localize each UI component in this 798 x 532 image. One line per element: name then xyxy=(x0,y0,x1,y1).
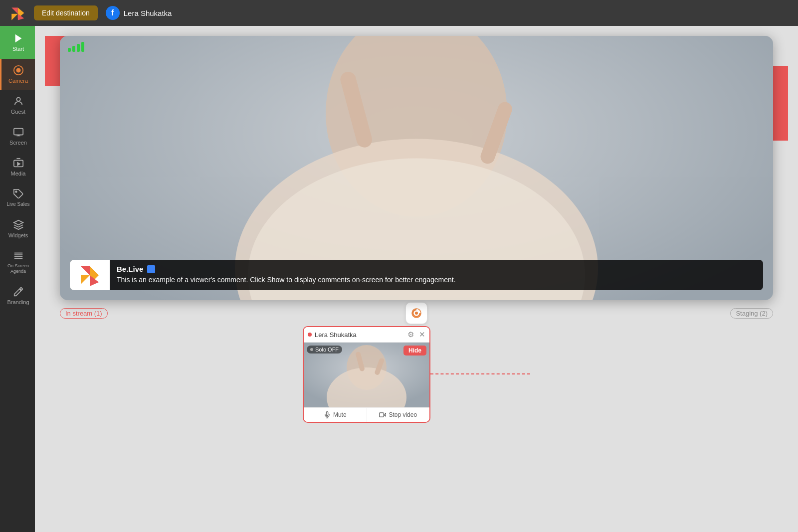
svg-point-5 xyxy=(16,68,20,72)
app-logo xyxy=(8,4,26,22)
main-layout: Start Camera Guest Screen xyxy=(0,26,798,532)
sidebar-item-label: On Screen Agenda xyxy=(3,263,33,274)
add-to-stream-button[interactable] xyxy=(405,302,427,324)
sidebar-item-camera[interactable]: Camera xyxy=(0,59,35,90)
sidebar-item-label: Start xyxy=(12,46,24,52)
preview-frame: Be.Live This is an example of a viewer's… xyxy=(60,36,773,300)
facebook-icon: f xyxy=(106,6,120,20)
sidebar-item-label: Screen xyxy=(9,140,27,146)
topbar: Edit destination f Lera Shukatka xyxy=(0,0,798,26)
signal-bar-4 xyxy=(81,42,84,52)
sidebar-item-label: Live Sales xyxy=(6,201,29,207)
svg-point-9 xyxy=(15,191,17,192)
signal-bar-3 xyxy=(77,44,80,52)
sidebar: Start Camera Guest Screen xyxy=(0,26,35,532)
signal-bar-2 xyxy=(72,46,75,52)
mute-label: Mute xyxy=(333,411,347,418)
sidebar-item-label: Media xyxy=(11,171,26,177)
solo-dot xyxy=(310,348,313,351)
solo-off-badge: Solo OFF xyxy=(307,346,342,354)
participant-close-icon[interactable]: ✕ xyxy=(419,330,425,339)
sidebar-item-label: Camera xyxy=(8,78,28,84)
solo-off-label: Solo OFF xyxy=(315,347,339,353)
participant-name: Lera Shukatka xyxy=(315,331,404,339)
svg-marker-2 xyxy=(11,14,18,20)
participant-header: Lera Shukatka ⚙ ✕ xyxy=(304,327,429,343)
sidebar-item-start[interactable]: Start xyxy=(0,26,35,59)
staging-label: Staging (2) xyxy=(730,308,773,319)
svg-point-6 xyxy=(16,98,20,101)
participant-gear-icon[interactable]: ⚙ xyxy=(407,330,414,339)
svg-rect-7 xyxy=(13,129,22,135)
sidebar-item-label: Branding xyxy=(7,299,29,305)
author-badge xyxy=(147,265,155,273)
mute-button[interactable]: Mute xyxy=(304,408,367,422)
signal-bars xyxy=(68,42,84,52)
svg-marker-22 xyxy=(81,275,90,284)
edit-destination-button[interactable]: Edit destination xyxy=(34,5,98,20)
bottom-strip: In stream (1) Lera Shukatka ⚙ ✕ xyxy=(45,300,788,410)
sidebar-item-widgets[interactable]: Widgets xyxy=(0,213,35,244)
sidebar-item-live-sales[interactable]: Live Sales xyxy=(0,182,35,213)
stop-video-button[interactable]: Stop video xyxy=(367,408,430,422)
stop-video-label: Stop video xyxy=(389,411,417,418)
sidebar-item-guest[interactable]: Guest xyxy=(0,90,35,121)
sidebar-item-label: Widgets xyxy=(8,232,28,238)
facebook-user: f Lera Shukatka xyxy=(106,6,172,20)
participant-card-wrapper: Lera Shukatka ⚙ ✕ xyxy=(303,326,530,423)
sidebar-item-media[interactable]: Media xyxy=(0,152,35,182)
participant-actions: Mute Stop video xyxy=(304,407,429,422)
svg-point-24 xyxy=(415,312,418,315)
sidebar-item-label: Guest xyxy=(11,109,25,115)
participant-video: Solo OFF Hide xyxy=(304,343,429,407)
comment-text: This is an example of a viewer's comment… xyxy=(117,275,756,285)
content-area: Be.Live This is an example of a viewer's… xyxy=(35,26,798,532)
user-name: Lera Shukatka xyxy=(124,9,172,17)
svg-marker-0 xyxy=(11,7,18,14)
signal-bar-1 xyxy=(68,48,71,52)
sidebar-item-branding[interactable]: Branding xyxy=(0,280,35,311)
svg-rect-34 xyxy=(380,413,384,417)
live-dot xyxy=(308,333,312,337)
preview-container: Be.Live This is an example of a viewer's… xyxy=(45,36,788,300)
comment-body: Be.Live This is an example of a viewer's… xyxy=(110,260,763,290)
participant-card: Lera Shukatka ⚙ ✕ xyxy=(303,326,430,423)
hide-button[interactable]: Hide xyxy=(403,346,426,355)
svg-marker-33 xyxy=(384,413,386,416)
comment-logo xyxy=(70,260,110,290)
svg-marker-20 xyxy=(81,266,90,275)
sidebar-item-screen[interactable]: Screen xyxy=(0,121,35,152)
comment-overlay: Be.Live This is an example of a viewer's… xyxy=(70,260,763,290)
in-stream-label: In stream (1) xyxy=(60,308,108,319)
svg-marker-4 xyxy=(15,34,21,43)
sidebar-item-on-screen-agenda[interactable]: On Screen Agenda xyxy=(0,244,35,280)
comment-author: Be.Live xyxy=(117,265,756,273)
